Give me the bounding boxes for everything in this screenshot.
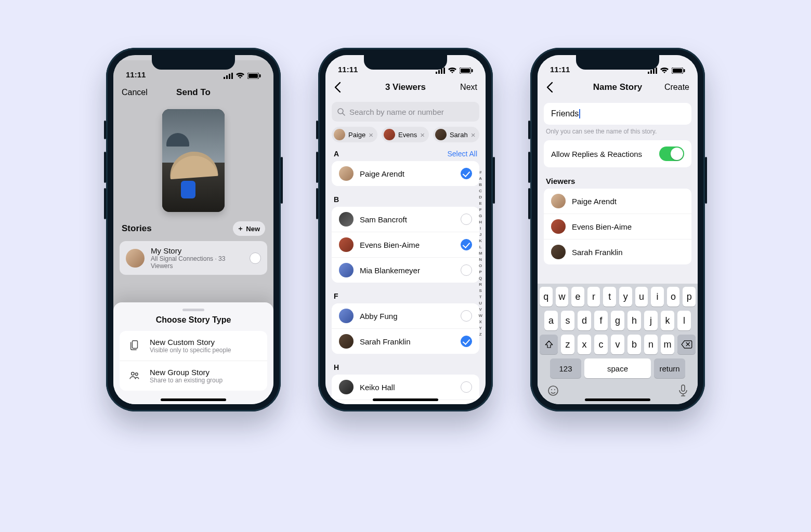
key-q[interactable]: q xyxy=(540,287,553,307)
contact-check[interactable] xyxy=(461,264,472,276)
create-button[interactable]: Create xyxy=(664,83,689,92)
contact-row[interactable]: Mia Blankemeyer xyxy=(332,257,479,283)
key-g[interactable]: g xyxy=(611,311,624,330)
status-icons xyxy=(224,73,261,79)
key-w[interactable]: w xyxy=(556,287,569,307)
contact-check[interactable] xyxy=(461,336,472,347)
key-i[interactable]: i xyxy=(651,287,664,307)
key-d[interactable]: d xyxy=(578,311,591,330)
key-n[interactable]: n xyxy=(644,335,658,354)
back-button[interactable] xyxy=(546,82,553,93)
svg-rect-20 xyxy=(653,69,655,74)
key-v[interactable]: v xyxy=(611,335,624,354)
svg-point-25 xyxy=(548,386,558,395)
svg-point-8 xyxy=(132,372,135,375)
chip-paige[interactable]: Paige× xyxy=(332,127,377,142)
viewer-row[interactable]: Evens Bien-Aime xyxy=(544,214,691,239)
return-key[interactable]: return xyxy=(654,358,685,378)
svg-rect-16 xyxy=(472,69,473,72)
alpha-index[interactable]: #ABCDEFGHIJKLMNOPQRSTUVWXYZ xyxy=(478,169,482,338)
chip-remove-icon[interactable]: × xyxy=(420,131,425,139)
avatar xyxy=(551,219,566,234)
story-preview-thumb[interactable] xyxy=(162,109,225,212)
shift-key[interactable] xyxy=(540,335,558,354)
cancel-button[interactable]: Cancel xyxy=(122,88,148,97)
dictation-key[interactable] xyxy=(678,384,688,399)
next-button[interactable]: Next xyxy=(460,83,477,92)
allow-replies-switch[interactable] xyxy=(659,147,684,161)
option-new-group-story[interactable]: New Group Story Share to an existing gro… xyxy=(120,361,267,391)
contact-check[interactable] xyxy=(461,310,472,322)
viewer-name: Evens Bien-Aime xyxy=(572,222,684,231)
contact-row[interactable]: Sarah Franklin xyxy=(332,328,479,354)
option-new-custom-story[interactable]: New Custom Story Visible only to specifi… xyxy=(120,331,267,361)
chip-label: Paige xyxy=(348,131,365,139)
svg-rect-15 xyxy=(461,69,470,73)
key-l[interactable]: l xyxy=(677,311,691,330)
key-y[interactable]: y xyxy=(619,287,632,307)
section-letter: B xyxy=(325,191,486,207)
search-icon xyxy=(337,108,345,116)
section-letter: F xyxy=(325,288,486,303)
svg-rect-7 xyxy=(132,340,137,348)
contact-row[interactable]: Evens Bien-Aime xyxy=(332,232,479,257)
svg-rect-18 xyxy=(648,72,649,74)
svg-point-27 xyxy=(554,389,555,390)
contact-check[interactable] xyxy=(461,239,472,250)
key-b[interactable]: b xyxy=(627,335,641,354)
key-p[interactable]: p xyxy=(683,287,696,307)
viewer-row[interactable]: Sarah Franklin xyxy=(544,239,691,264)
ios-keyboard[interactable]: qwertyuiop asdfghjkl zxcvbnm 123 space r… xyxy=(538,284,698,404)
my-story-radio[interactable] xyxy=(250,252,261,264)
avatar xyxy=(384,129,395,140)
avatar xyxy=(339,334,354,349)
contact-row[interactable]: Keiko Hall xyxy=(332,375,479,400)
search-placeholder: Search by name or number xyxy=(349,108,444,116)
avatar xyxy=(435,129,447,140)
space-key[interactable]: space xyxy=(584,358,651,378)
option-subtitle: Visible only to specific people xyxy=(150,347,231,354)
contact-row[interactable]: Sam Bancroft xyxy=(332,207,479,232)
sheet-grabber[interactable] xyxy=(182,309,204,311)
select-all-button[interactable]: Select All xyxy=(447,150,477,158)
allow-replies-label: Allow Replies & Reactions xyxy=(551,150,642,158)
contact-check[interactable] xyxy=(461,168,472,179)
key-m[interactable]: m xyxy=(661,335,674,354)
key-s[interactable]: s xyxy=(561,311,574,330)
key-c[interactable]: c xyxy=(594,335,608,354)
contact-check[interactable] xyxy=(461,214,472,225)
backspace-key[interactable] xyxy=(677,335,696,354)
allow-replies-row[interactable]: Allow Replies & Reactions xyxy=(544,140,691,167)
key-t[interactable]: t xyxy=(603,287,616,307)
key-o[interactable]: o xyxy=(667,287,680,307)
numbers-key[interactable]: 123 xyxy=(550,358,581,378)
contact-row[interactable]: Abby Fung xyxy=(332,303,479,328)
key-r[interactable]: r xyxy=(587,287,600,307)
key-e[interactable]: e xyxy=(571,287,584,307)
search-field[interactable]: Search by name or number xyxy=(332,102,479,122)
chip-sarah[interactable]: Sarah× xyxy=(433,127,479,142)
chip-remove-icon[interactable]: × xyxy=(369,131,373,139)
story-name-input[interactable]: Friends xyxy=(544,103,691,125)
key-z[interactable]: z xyxy=(561,335,574,354)
contact-check[interactable] xyxy=(461,381,472,393)
key-f[interactable]: f xyxy=(594,311,608,330)
key-k[interactable]: k xyxy=(661,311,674,330)
key-u[interactable]: u xyxy=(635,287,648,307)
viewer-name: Paige Arendt xyxy=(572,197,684,206)
new-story-button[interactable]: ＋ New xyxy=(233,221,265,236)
viewer-row[interactable]: Paige Arendt xyxy=(544,189,691,214)
contact-row[interactable]: Paige Arendt xyxy=(332,161,479,186)
key-h[interactable]: h xyxy=(627,311,641,330)
key-x[interactable]: x xyxy=(578,335,591,354)
back-button[interactable] xyxy=(334,82,341,93)
key-a[interactable]: a xyxy=(544,311,558,330)
key-j[interactable]: j xyxy=(644,311,658,330)
emoji-key[interactable] xyxy=(547,384,559,399)
phone-send-to: 11:11 Cancel Send To xyxy=(106,48,281,411)
svg-rect-0 xyxy=(224,77,225,79)
contact-name: Sam Bancroft xyxy=(360,215,454,224)
chip-remove-icon[interactable]: × xyxy=(471,131,476,139)
chip-evens[interactable]: Evens× xyxy=(382,127,429,142)
my-story-row[interactable]: My Story All Signal Connections · 33 Vie… xyxy=(120,241,267,275)
